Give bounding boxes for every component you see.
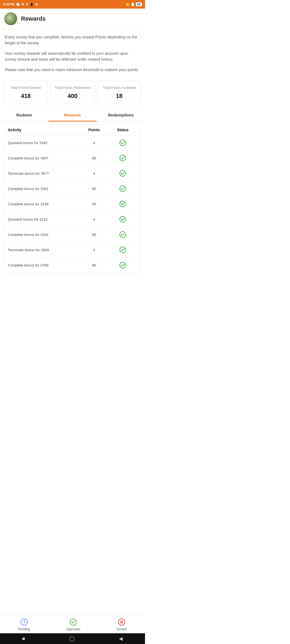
total-points-available-card: Total Points Available 18 <box>97 81 141 104</box>
wifi-icon: 📶 <box>126 3 129 6</box>
svg-point-8 <box>120 262 126 268</box>
row-activity: Terminate bonus for 3677 <box>8 171 80 175</box>
row-status <box>108 231 137 239</box>
avatar <box>4 12 17 25</box>
page-title: Rewards <box>21 15 46 22</box>
row-activity: Complete bonus for 3102 <box>8 233 80 237</box>
row-activity: Terminate bonus for 2909 <box>8 248 80 252</box>
row-points: 4 <box>80 217 108 221</box>
row-status <box>108 170 137 178</box>
table-body: Quotafull bonus for 3342 4 Complete bonu… <box>4 136 141 273</box>
svg-point-6 <box>120 232 126 237</box>
total-points-redeemed-label: Total Points Redeemed <box>53 85 92 90</box>
row-points: 80 <box>80 156 108 160</box>
tab-redeem[interactable]: Redeem <box>0 109 48 121</box>
col-header-activity: Activity <box>8 128 80 132</box>
row-status <box>108 200 137 208</box>
table-row: Complete bonus for 2789 80 <box>4 258 141 273</box>
table-row: Complete bonus for 3897 80 <box>4 151 141 166</box>
total-points-available-label: Total Points Available <box>100 85 139 90</box>
rewards-table: Activity Points Status Quotafull bonus f… <box>4 124 141 273</box>
description-section: Every survey that you complete, fetches … <box>0 29 145 77</box>
row-activity: Complete bonus for 3897 <box>8 156 80 160</box>
row-status <box>108 139 137 147</box>
row-points: 80 <box>80 187 108 191</box>
row-status <box>108 215 137 224</box>
table-row: Quotafull bonus for 3122 4 <box>4 212 141 227</box>
svg-point-2 <box>120 170 126 176</box>
check-icon <box>119 261 126 269</box>
table-row: Complete bonus for 3149 40 <box>4 197 141 212</box>
row-activity: Complete bonus for 3481 <box>8 187 80 191</box>
row-points: 30 <box>80 233 108 237</box>
check-icon <box>119 215 126 223</box>
row-activity: Quotafull bonus for 3122 <box>8 217 80 221</box>
settings-icon: ⚙ <box>21 3 24 6</box>
whatsapp-icon: 📱 <box>30 3 34 6</box>
total-points-redeemed-card: Total Points Redeemed 400 <box>50 81 95 104</box>
table-row: Terminate bonus for 3677 4 <box>4 166 141 181</box>
row-activity: Complete bonus for 3149 <box>8 202 80 206</box>
row-activity: Complete bonus for 2789 <box>8 263 80 267</box>
desc-para-1: Every survey that you complete, fetches … <box>5 34 140 46</box>
table-row: Terminate bonus for 2909 4 <box>4 243 141 258</box>
svg-point-0 <box>120 140 126 146</box>
upload-icon: ⬆ <box>26 3 28 6</box>
table-row: Quotafull bonus for 3342 4 <box>4 136 141 151</box>
check-icon <box>119 246 126 254</box>
row-points: 80 <box>80 263 108 267</box>
row-points: 4 <box>80 171 108 175</box>
desc-para-3: Please note that you need to reach minim… <box>5 67 140 73</box>
signal-icon: ▐▌ <box>130 3 135 6</box>
total-points-redeemed-value: 400 <box>53 93 92 100</box>
row-status <box>108 246 137 254</box>
total-points-earned-label: Total Points Earned <box>6 85 45 90</box>
row-activity: Quotafull bonus for 3342 <box>8 141 80 145</box>
check-icon <box>119 200 126 208</box>
tab-redemptions[interactable]: Redemptions <box>97 109 145 121</box>
svg-point-5 <box>120 216 126 222</box>
table-header: Activity Points Status <box>4 125 141 136</box>
msg-icon: ✉ <box>35 3 38 6</box>
svg-point-1 <box>120 155 126 161</box>
row-points: 40 <box>80 202 108 206</box>
table-row: Complete bonus for 3481 80 <box>4 181 141 197</box>
row-status <box>108 185 137 193</box>
alarm-icon: 🕐 <box>16 3 20 6</box>
points-cards-container: Total Points Earned 418 Total Points Red… <box>0 77 145 108</box>
col-header-status: Status <box>108 128 137 132</box>
row-status <box>108 154 137 162</box>
check-icon <box>119 170 126 177</box>
status-bar: 8:38 PM 🕐 ⚙ ⬆ 📱 ✉ 📶 ▐▌ 69 <box>0 0 145 9</box>
app-header: Rewards <box>0 9 145 29</box>
col-header-points: Points <box>80 128 108 132</box>
svg-point-7 <box>120 247 126 253</box>
total-points-available-value: 18 <box>100 93 139 100</box>
total-points-earned-card: Total Points Earned 418 <box>4 81 48 104</box>
svg-point-4 <box>120 201 126 207</box>
check-icon <box>119 154 126 162</box>
status-time: 8:38 PM <box>3 3 15 6</box>
row-points: 4 <box>80 141 108 145</box>
tabs-container: Redeem Rewards Redemptions <box>0 109 145 122</box>
check-icon <box>119 185 126 192</box>
tab-rewards[interactable]: Rewards <box>48 109 97 121</box>
row-points: 4 <box>80 248 108 252</box>
svg-point-3 <box>120 186 126 192</box>
check-icon <box>119 231 126 238</box>
desc-para-2: Your survey rewards will automatically b… <box>5 50 140 63</box>
table-row: Complete bonus for 3102 30 <box>4 227 141 243</box>
total-points-earned-value: 418 <box>6 93 45 100</box>
battery-icon: 69 <box>136 2 142 6</box>
check-icon <box>119 139 126 147</box>
row-status <box>108 261 137 269</box>
